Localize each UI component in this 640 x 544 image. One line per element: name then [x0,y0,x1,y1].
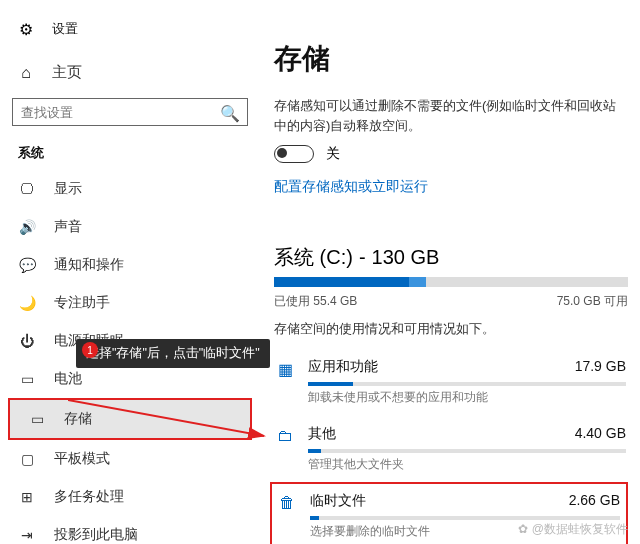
battery-icon: ▭ [18,371,36,387]
page-desc: 存储感知可以通过删除不需要的文件(例如临时文件和回收站中的内容)自动释放空间。 [274,96,628,135]
configure-link[interactable]: 配置存储感知或立即运行 [274,178,428,196]
settings-header: ⚙ 设置 [0,16,260,49]
sidebar: ⚙ 设置 ⌂ 主页 🔍 系统 🖵显示 🔊声音 💬通知和操作 🌙专注助手 ⏻电源和… [0,0,260,544]
drive-usage-text: 已使用 55.4 GB 75.0 GB 可用 [274,293,628,310]
sidebar-item-display[interactable]: 🖵显示 [0,170,260,208]
home-label: 主页 [52,63,82,82]
sidebar-item-multitask[interactable]: ⊞多任务处理 [0,478,260,516]
focus-icon: 🌙 [18,295,36,311]
notifications-icon: 💬 [18,257,36,273]
folder-icon: 🗀 [276,427,294,445]
sidebar-item-storage[interactable]: ▭存储 [8,398,252,440]
sidebar-item-tablet[interactable]: ▢平板模式 [0,440,260,478]
drive-name: 系统 (C:) [274,244,353,271]
section-header: 系统 [0,138,260,170]
settings-label: 设置 [52,21,78,38]
search-icon: 🔍 [220,104,240,123]
multitask-icon: ⊞ [18,489,36,505]
usage-desc: 存储空间的使用情况和可用情况如下。 [274,320,628,338]
power-icon: ⏻ [18,333,36,349]
sound-icon: 🔊 [18,219,36,235]
toggle-label: 关 [326,145,340,163]
gear-icon: ⚙ [18,20,34,39]
drive-usage-bar [274,277,628,287]
instruction-tooltip: 选择"存储"后，点击"临时文件" [76,339,270,368]
apps-icon: ▦ [276,360,294,378]
drive-header: 系统 (C:) - 130 GB [274,244,628,271]
watermark: ✿ @数据蛙恢复软件 [518,521,628,538]
storage-icon: ▭ [28,411,46,427]
sidebar-item-notifications[interactable]: 💬通知和操作 [0,246,260,284]
drive-free: 75.0 GB 可用 [557,293,628,310]
home-row[interactable]: ⌂ 主页 [0,55,260,92]
category-other[interactable]: 🗀 其他4.40 GB 管理其他大文件夹 [274,415,628,482]
toggle-switch-icon[interactable] [274,145,314,163]
content: 存储 存储感知可以通过删除不需要的文件(例如临时文件和回收站中的内容)自动释放空… [260,0,640,544]
storage-sense-toggle[interactable]: 关 [274,145,628,163]
display-icon: 🖵 [18,181,36,197]
page-title: 存储 [274,40,628,78]
drive-size: 130 GB [372,246,440,269]
sidebar-item-sound[interactable]: 🔊声音 [0,208,260,246]
search-input[interactable] [12,98,248,126]
home-icon: ⌂ [18,64,34,82]
drive-used: 已使用 55.4 GB [274,293,357,310]
step-number-badge: 1 [82,342,98,358]
sidebar-item-project[interactable]: ⇥投影到此电脑 [0,516,260,544]
category-apps[interactable]: ▦ 应用和功能17.9 GB 卸载未使用或不想要的应用和功能 [274,348,628,415]
tablet-icon: ▢ [18,451,36,467]
project-icon: ⇥ [18,527,36,543]
sidebar-item-focus[interactable]: 🌙专注助手 [0,284,260,322]
search-box[interactable]: 🔍 [12,98,248,126]
trash-icon: 🗑 [278,494,296,512]
